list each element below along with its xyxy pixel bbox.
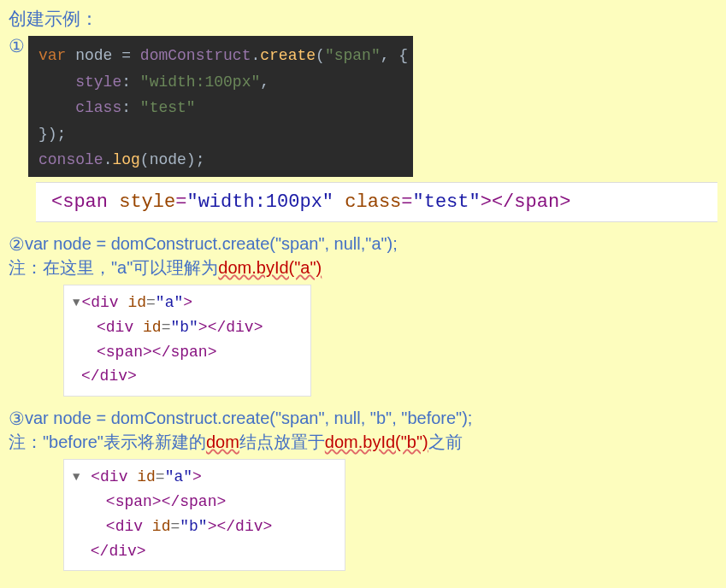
tag-span2: span: [115, 493, 152, 510]
heading: 创建示例：: [9, 7, 717, 31]
example-3-note: 注："before"表示将新建的dom结点放置于dom.byId("b")之前: [9, 431, 717, 454]
val-a2: "a": [165, 468, 192, 485]
sp: [333, 191, 345, 213]
tag-div-b2: div: [115, 518, 143, 535]
close-div-b2: div: [235, 518, 263, 535]
code-block-dark: var node = domConstruct.create("span", {…: [28, 36, 413, 177]
val-width: "width:100px": [140, 74, 260, 91]
attr-id-b2: id: [152, 518, 171, 535]
close-span2: span: [180, 493, 216, 510]
devtools-output-2: ▼ <div id="a"> <span></span> <div id="b"…: [63, 459, 345, 571]
output-html-1: <span style="width:100px" class="test"><…: [36, 182, 717, 222]
close-span1: span: [170, 344, 207, 361]
col2: :: [121, 74, 140, 91]
obj-console: console: [38, 151, 103, 168]
close-obj: });: [38, 126, 66, 143]
disclosure-triangle-icon: ▼: [73, 467, 80, 486]
example-2-code: ②var node = domConstruct.create("span", …: [9, 234, 717, 255]
pad3: [38, 99, 75, 116]
val2: "test": [413, 191, 481, 213]
key-style: style: [75, 74, 121, 91]
ex2-note-pre: 注：在这里，"a"可以理解为: [9, 258, 218, 277]
val-a: "a": [156, 294, 183, 311]
ex3-note-link2: dom.byId("b"): [325, 432, 428, 451]
ex3-note-c: 之前: [428, 432, 463, 451]
disclosure-triangle-icon: ▼: [73, 293, 80, 312]
dot5: .: [103, 151, 113, 168]
tag-div2: div: [100, 468, 127, 485]
eq2: =: [401, 191, 412, 213]
op-eq: =: [121, 47, 140, 64]
marker-1: ①: [9, 36, 25, 56]
tag-div-b: div: [106, 319, 133, 336]
attr-id: id: [127, 294, 146, 311]
ident-node: node: [66, 47, 121, 64]
ex3-note-a: 注："before"表示将新建的: [9, 432, 206, 451]
ex2-note-link: dom.byId("a"): [218, 258, 322, 277]
ex2-code-text: var node = domConstruct.create("span", n…: [25, 234, 398, 253]
open-tag: <span: [51, 191, 119, 213]
ex3-note-link1: dom: [206, 432, 239, 451]
val-b: "b": [170, 319, 198, 336]
kw-var: var: [38, 47, 66, 64]
comma2: ,: [260, 74, 269, 91]
attr-class: class: [345, 191, 401, 213]
marker-3: ③: [9, 409, 25, 429]
key-class: class: [75, 99, 121, 116]
paren: (: [316, 47, 325, 64]
close-div-a: div: [100, 368, 127, 385]
dot: .: [251, 47, 260, 64]
col3: :: [121, 99, 140, 116]
marker-2: ②: [9, 234, 25, 255]
val1: "width:100px": [186, 191, 333, 213]
devtools-output-1: ▼<div id="a"> <div id="b"></div> <span><…: [63, 285, 311, 397]
ex3-note-b: 结点放置于: [239, 432, 325, 451]
example-1: ① var node = domConstruct.create("span",…: [9, 36, 717, 177]
tag-span: span: [106, 344, 143, 361]
pad2: [38, 74, 75, 91]
close-div-a2: div: [109, 543, 136, 560]
ex3-code-text: var node = domConstruct.create("span", n…: [25, 409, 472, 427]
example-3-code: ③var node = domConstruct.create("span", …: [9, 409, 717, 429]
rest1: , {: [381, 47, 408, 64]
str-span: "span": [325, 47, 381, 64]
attr-style: style: [119, 191, 175, 213]
eq1: =: [175, 191, 186, 213]
fn-log: log: [112, 151, 139, 168]
close-div-b: div: [226, 319, 253, 336]
rest5: (node);: [140, 151, 205, 168]
attr-id-b: id: [143, 319, 162, 336]
close-angle: >: [481, 191, 492, 213]
fn-create: create: [260, 47, 316, 64]
close-tag: </span>: [492, 191, 570, 213]
val-test: "test": [140, 99, 196, 116]
attr-id2: id: [137, 468, 156, 485]
tag-div: div: [91, 294, 118, 311]
obj-domconstruct: domConstruct: [140, 47, 251, 64]
example-2-note: 注：在这里，"a"可以理解为dom.byId("a"): [9, 256, 717, 279]
val-b2: "b": [180, 518, 207, 535]
